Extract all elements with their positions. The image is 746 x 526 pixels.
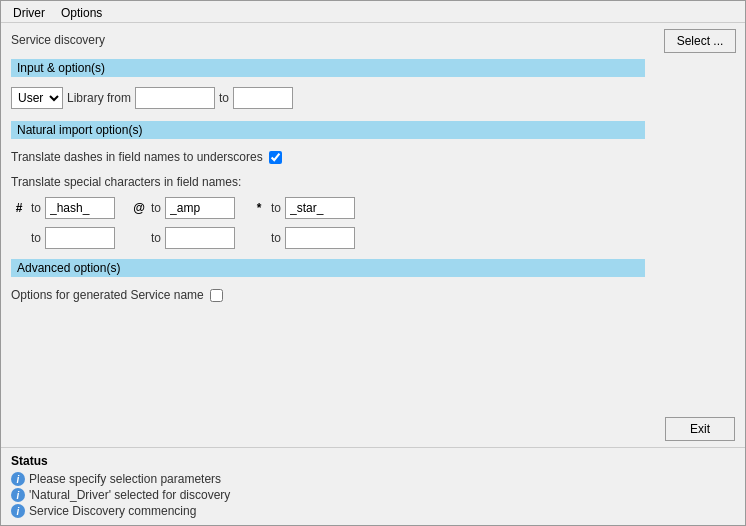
main-content: Service discovery Input & option(s) User…: [1, 23, 745, 447]
menu-options[interactable]: Options: [53, 4, 110, 22]
extra-pair-3: to: [251, 227, 355, 249]
right-panel: Select ... Exit: [655, 23, 745, 447]
main-window: Driver Options Service discovery Input &…: [0, 0, 746, 526]
select-button[interactable]: Select ...: [664, 29, 737, 53]
left-panel: Service discovery Input & option(s) User…: [1, 23, 655, 447]
service-name-checkbox[interactable]: [210, 289, 223, 302]
to-label-at: to: [151, 199, 161, 217]
translate-dashes-checkbox[interactable]: [269, 151, 282, 164]
star-pair: * to: [251, 197, 355, 219]
hash-symbol: #: [11, 201, 27, 215]
info-icon-3: i: [11, 504, 25, 518]
natural-import-header: Natural import option(s): [11, 121, 645, 139]
menubar: Driver Options: [1, 1, 745, 23]
hash-input[interactable]: [45, 197, 115, 219]
status-section: Status i Please specify selection parame…: [1, 447, 745, 525]
extra-pair-1: to: [11, 227, 115, 249]
translate-row-1: # to @ to * to: [11, 197, 645, 219]
status-text-2: 'Natural_Driver' selected for discovery: [29, 488, 230, 502]
library-to-input[interactable]: [233, 87, 293, 109]
input-options-header: Input & option(s): [11, 59, 645, 77]
at-symbol: @: [131, 201, 147, 215]
status-item-3: i Service Discovery commencing: [11, 503, 735, 519]
to-label-extra-2: to: [151, 229, 161, 247]
exit-button[interactable]: Exit: [665, 417, 735, 441]
hash-pair: # to: [11, 197, 115, 219]
status-label: Status: [11, 454, 735, 468]
library-from-label: Library from: [67, 89, 131, 107]
to-label-star: to: [271, 199, 281, 217]
status-text-1: Please specify selection parameters: [29, 472, 221, 486]
library-from-input[interactable]: [135, 87, 215, 109]
extra-pair-2: to: [131, 227, 235, 249]
to-label-1: to: [219, 89, 229, 107]
status-item-2: i 'Natural_Driver' selected for discover…: [11, 487, 735, 503]
extra-input-3[interactable]: [285, 227, 355, 249]
info-icon-2: i: [11, 488, 25, 502]
advanced-options-header: Advanced option(s): [11, 259, 645, 277]
translate-special-label: Translate special characters in field na…: [11, 173, 645, 191]
menu-driver[interactable]: Driver: [5, 4, 53, 22]
to-label-extra-3: to: [271, 229, 281, 247]
service-name-row: Options for generated Service name: [11, 286, 645, 304]
at-pair: @ to: [131, 197, 235, 219]
extra-input-2[interactable]: [165, 227, 235, 249]
library-from-row: User Library from to: [11, 87, 645, 109]
translate-row-2: to to to: [11, 227, 645, 249]
translate-dashes-row: Translate dashes in field names to under…: [11, 148, 645, 166]
status-text-3: Service Discovery commencing: [29, 504, 196, 518]
at-input[interactable]: [165, 197, 235, 219]
service-name-label: Options for generated Service name: [11, 286, 204, 304]
translate-dashes-label: Translate dashes in field names to under…: [11, 148, 263, 166]
service-discovery-label: Service discovery: [11, 31, 645, 51]
extra-input-1[interactable]: [45, 227, 115, 249]
star-symbol: *: [251, 201, 267, 215]
star-input[interactable]: [285, 197, 355, 219]
user-dropdown[interactable]: User: [11, 87, 63, 109]
to-label-hash: to: [31, 199, 41, 217]
info-icon-1: i: [11, 472, 25, 486]
to-label-extra-1: to: [31, 229, 41, 247]
status-item-1: i Please specify selection parameters: [11, 471, 735, 487]
